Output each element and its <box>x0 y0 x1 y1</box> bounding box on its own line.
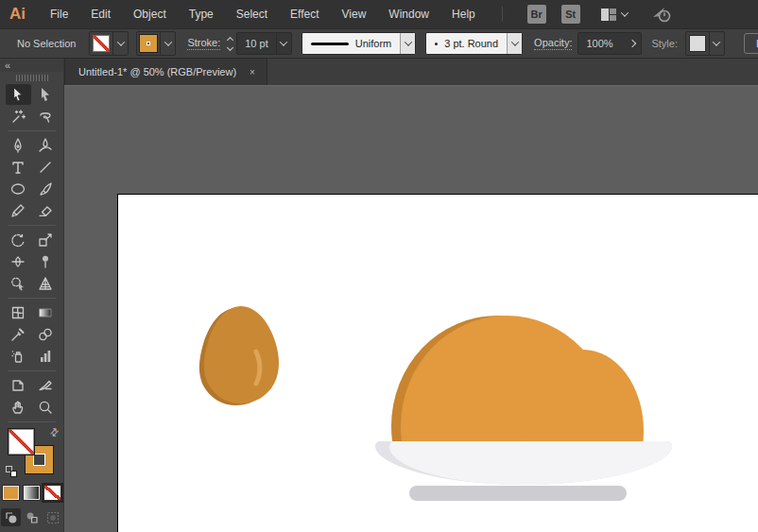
slice-tool[interactable] <box>33 375 59 396</box>
draw-behind-icon <box>26 511 39 524</box>
default-fill-stroke-icon[interactable] <box>6 466 17 477</box>
plate-shape[interactable] <box>375 441 672 485</box>
pencil-tool[interactable] <box>6 200 31 221</box>
pencil-icon <box>9 202 26 219</box>
brush-definition-dropdown[interactable]: 3 pt. Round <box>425 32 523 55</box>
puppet-warp-pin-icon <box>37 253 54 270</box>
brushes-panel-button[interactable]: Br <box>527 5 546 24</box>
fill-indicator-none[interactable] <box>8 428 35 455</box>
draw-inside-button[interactable] <box>43 508 62 526</box>
zoom-tool-icon <box>37 399 54 416</box>
gpu-performance-icon[interactable] <box>650 5 673 24</box>
curvature-tool-icon <box>37 137 54 154</box>
stroke-weight-field[interactable]: 10 pt <box>236 32 291 55</box>
tools-panel-grip[interactable] <box>0 72 63 83</box>
gradient-tool[interactable] <box>33 302 59 323</box>
line-segment-tool[interactable] <box>33 157 59 178</box>
menu-select[interactable]: Select <box>225 0 279 28</box>
type-tool[interactable] <box>6 157 31 178</box>
fill-color-dropdown[interactable] <box>89 31 129 56</box>
shape-builder-tool[interactable] <box>6 273 31 294</box>
draw-normal-button[interactable] <box>1 508 21 526</box>
swap-fill-stroke-icon[interactable]: ⇄ <box>47 425 62 440</box>
quick-swatches <box>0 485 63 501</box>
gradient-swatch-button[interactable] <box>23 485 41 501</box>
menu-type[interactable]: Type <box>178 0 225 28</box>
magic-wand-tool[interactable] <box>6 106 31 127</box>
opacity-value: 100% <box>578 38 624 49</box>
artboard-tool[interactable] <box>6 375 31 396</box>
artboard-tool-icon <box>9 377 26 394</box>
zoom-tool[interactable] <box>33 397 59 418</box>
width-profile-dropdown[interactable]: Uniform <box>301 32 417 55</box>
perspective-grid-tool[interactable] <box>33 273 59 294</box>
opacity-label[interactable]: Opacity: <box>534 37 572 50</box>
direct-selection-tool[interactable] <box>33 84 59 105</box>
symbol-sprayer-tool[interactable] <box>6 346 31 367</box>
lasso-tool[interactable] <box>33 106 59 127</box>
hand-tool[interactable] <box>6 397 31 418</box>
menu-edit[interactable]: Edit <box>79 0 122 28</box>
pen-tool-icon <box>9 137 26 154</box>
none-swatch-button[interactable] <box>43 485 61 501</box>
collapse-panel-icon[interactable]: « <box>5 60 10 71</box>
width-tool[interactable] <box>6 251 31 272</box>
document-tab-bar: Untitled-1* @ 50% (RGB/Preview) × <box>64 59 758 85</box>
workspace-switcher[interactable] <box>601 9 628 21</box>
menu-help[interactable]: Help <box>440 0 487 28</box>
stroke-weight-value: 10 pt <box>237 38 275 49</box>
toolbar-separator <box>8 130 56 131</box>
line-segment-icon <box>37 159 54 176</box>
mesh-tool[interactable] <box>6 302 31 323</box>
document-tab[interactable]: Untitled-1* @ 50% (RGB/Preview) × <box>64 59 267 85</box>
graphic-styles-panel-button[interactable]: St <box>561 5 580 24</box>
draw-inside-icon <box>46 511 60 524</box>
menu-bar: Ai File Edit Object Type Select Effect V… <box>0 0 758 28</box>
chevron-down-icon <box>112 32 128 55</box>
stroke-weight-stepper[interactable] <box>228 38 233 50</box>
brush-preview-dot <box>435 43 438 45</box>
ellipse-tool[interactable] <box>6 179 31 199</box>
canvas-area[interactable] <box>64 85 758 532</box>
curvature-tool[interactable] <box>33 135 59 156</box>
width-profile-value: Uniform <box>355 38 392 49</box>
style-label: Style: <box>651 38 678 49</box>
workspace-switcher-icon <box>601 9 616 21</box>
chevron-right-icon <box>629 40 636 47</box>
scale-tool[interactable] <box>33 230 59 250</box>
artwork <box>118 195 758 532</box>
menu-object[interactable]: Object <box>122 0 178 28</box>
rotate-tool-icon <box>9 232 26 249</box>
opacity-field[interactable]: 100% <box>577 32 642 55</box>
close-icon[interactable]: × <box>250 67 255 77</box>
stroke-weight-label[interactable]: Stroke: <box>187 37 220 50</box>
eyedropper-tool[interactable] <box>6 324 31 345</box>
style-dropdown[interactable] <box>685 31 725 56</box>
menu-window[interactable]: Window <box>377 0 440 28</box>
chevron-down-icon <box>507 33 522 54</box>
puppet-warp-tool[interactable] <box>33 251 59 272</box>
pen-tool[interactable] <box>6 135 31 156</box>
rotate-tool[interactable] <box>6 230 31 250</box>
tools-panel-header[interactable]: « <box>0 59 63 72</box>
selection-tool-icon <box>9 86 26 103</box>
draw-behind-button[interactable] <box>22 508 42 526</box>
stroke-color-swatch <box>140 35 157 52</box>
egg-shape[interactable] <box>199 306 279 405</box>
selection-tool[interactable] <box>6 84 31 105</box>
menu-file[interactable]: File <box>39 0 79 28</box>
illustrator-window: Ai File Edit Object Type Select Effect V… <box>0 0 758 532</box>
menu-view[interactable]: View <box>331 0 378 28</box>
menubar-divider <box>502 7 503 22</box>
menu-effect[interactable]: Effect <box>279 0 330 28</box>
color-swatch-button[interactable] <box>2 485 20 501</box>
column-graph-tool[interactable] <box>33 346 59 367</box>
toolbar-separator <box>8 421 56 422</box>
stroke-color-dropdown[interactable] <box>136 31 176 56</box>
document-setup-button[interactable]: Document S <box>744 33 758 54</box>
eraser-tool[interactable] <box>33 200 59 221</box>
artboard[interactable] <box>117 194 758 532</box>
magic-wand-icon <box>9 108 26 125</box>
blend-tool[interactable] <box>33 324 59 345</box>
paintbrush-tool[interactable] <box>33 179 59 199</box>
